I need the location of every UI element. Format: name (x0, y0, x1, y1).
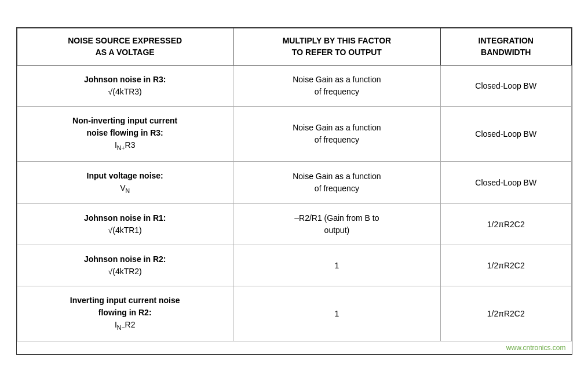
source-cell-2: Non-inverting input currentnoise flowing… (17, 107, 233, 162)
table-row: Input voltage noise: VN Noise Gain as a … (17, 161, 571, 204)
factor-cell-2: Noise Gain as a functionof frequency (233, 107, 440, 162)
source-cell-3: Input voltage noise: VN (17, 161, 233, 204)
bandwidth-cell-5: 1/2πR2C2 (440, 245, 571, 286)
header-noise-source: NOISE SOURCE EXPRESSEDAS A VOLTAGE (17, 28, 233, 66)
factor-cell-3: Noise Gain as a functionof frequency (233, 161, 440, 204)
factor-cell-5: 1 (233, 245, 440, 286)
source-cell-5: Johnson noise in R2: √(4kTR2) (17, 245, 233, 286)
source-cell-1: Johnson noise in R3: √(4kTR3) (17, 66, 233, 107)
factor-cell-1: Noise Gain as a functionof frequency (233, 66, 440, 107)
watermark: www.cntronics.com (17, 341, 572, 354)
bandwidth-cell-4: 1/2πR2C2 (440, 204, 571, 245)
factor-cell-6: 1 (233, 286, 440, 341)
factor-cell-4: –R2/R1 (Gain from B tooutput) (233, 204, 440, 245)
bandwidth-cell-6: 1/2πR2C2 (440, 286, 571, 341)
header-multiply-factor: MULTIPLY BY THIS FACTORTO REFER TO OUTPU… (233, 28, 440, 66)
main-table-container: NOISE SOURCE EXPRESSEDAS A VOLTAGE MULTI… (16, 27, 572, 355)
source-cell-4: Johnson noise in R1: √(4kTR1) (17, 204, 233, 245)
table-row: Johnson noise in R1: √(4kTR1) –R2/R1 (Ga… (17, 204, 571, 245)
header-integration-bandwidth: INTEGRATIONBANDWIDTH (440, 28, 571, 66)
bandwidth-cell-1: Closed-Loop BW (440, 66, 571, 107)
source-cell-6: Inverting input current noiseflowing in … (17, 286, 233, 341)
table-row: Johnson noise in R3: √(4kTR3) Noise Gain… (17, 66, 571, 107)
bandwidth-cell-3: Closed-Loop BW (440, 161, 571, 204)
table-row: Non-inverting input currentnoise flowing… (17, 107, 571, 162)
table-row: Inverting input current noiseflowing in … (17, 286, 571, 341)
table-row: Johnson noise in R2: √(4kTR2) 1 1/2πR2C2 (17, 245, 571, 286)
bandwidth-cell-2: Closed-Loop BW (440, 107, 571, 162)
